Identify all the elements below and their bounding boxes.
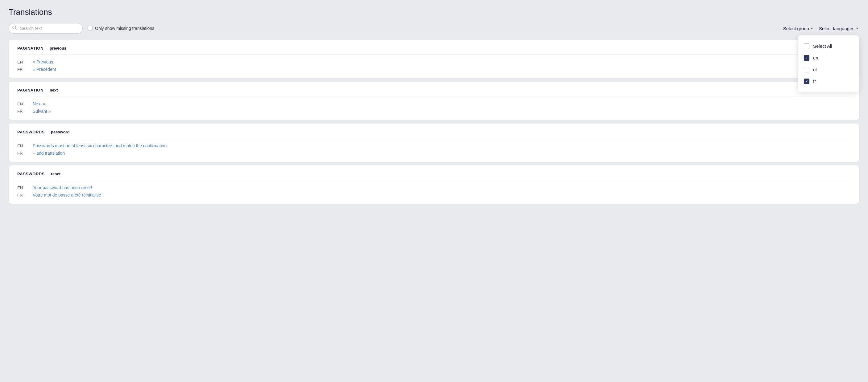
- missing-translations-label: Only show missing translations: [95, 26, 154, 31]
- search-input[interactable]: [9, 23, 83, 34]
- card-row: FRVotre mot de passe a été réinitialisé …: [17, 193, 851, 198]
- select-all-label: Select All: [813, 43, 832, 49]
- translation-value: « Previous: [33, 60, 53, 64]
- toolbar: Only show missing translations Select gr…: [9, 23, 859, 34]
- select-languages-wrapper: Select languages ▾ Select All en nl: [818, 24, 859, 33]
- card-key: reset: [51, 172, 60, 176]
- missing-translations-checkbox[interactable]: [88, 26, 93, 31]
- card-key: previous: [50, 46, 66, 50]
- en-checkbox[interactable]: [804, 55, 809, 61]
- lang-label: FR: [17, 151, 27, 155]
- translations-content: PAGINATIONpreviousEN« PreviousFR« Précéd…: [9, 40, 859, 204]
- card-key: password: [51, 130, 70, 134]
- card-row: EN« Previous: [17, 60, 851, 64]
- select-all-checkbox[interactable]: [804, 43, 809, 49]
- card-group: PAGINATION: [17, 46, 43, 50]
- language-option-fr[interactable]: fr: [798, 75, 859, 87]
- card-group: PAGINATION: [17, 88, 43, 93]
- plus-icon: +: [33, 151, 35, 155]
- card-rows: ENPasswords must be at least six charact…: [17, 143, 851, 155]
- card-header: PAGINATIONnext: [17, 88, 851, 96]
- translation-value: Votre mot de passe a été réinitialisé !: [33, 193, 104, 198]
- translation-value: Suivant »: [33, 109, 51, 114]
- language-option-nl[interactable]: nl: [798, 64, 859, 75]
- translation-value: Your password has been reset!: [33, 185, 92, 190]
- translation-card: PASSWORDSpasswordENPasswords must be at …: [9, 124, 859, 162]
- toolbar-right: Select group ▾ Select languages ▾ Select…: [782, 24, 859, 33]
- lang-label: EN: [17, 144, 27, 148]
- card-header: PASSWORDSpassword: [17, 130, 851, 138]
- lang-label: FR: [17, 109, 27, 114]
- card-key: next: [50, 88, 58, 93]
- language-option-en[interactable]: en: [798, 52, 859, 64]
- language-option-select-all[interactable]: Select All: [798, 40, 859, 52]
- svg-line-1: [16, 29, 17, 30]
- select-languages-chevron-icon: ▾: [856, 26, 858, 31]
- card-header: PAGINATIONprevious: [17, 46, 851, 55]
- translation-value: Passwords must be at least six character…: [33, 143, 168, 148]
- translation-card: PAGINATIONnextENNext »FRSuivant »: [9, 82, 859, 120]
- card-rows: ENNext »FRSuivant »: [17, 101, 851, 114]
- card-row: ENPasswords must be at least six charact…: [17, 143, 851, 148]
- card-header: PASSWORDSreset: [17, 172, 851, 180]
- translation-card: PASSWORDSresetENYour password has been r…: [9, 166, 859, 204]
- page-title: Translations: [9, 7, 859, 17]
- translation-value: « Précédent: [33, 67, 56, 72]
- card-row: ENNext »: [17, 101, 851, 106]
- nl-checkbox[interactable]: [804, 67, 809, 72]
- lang-label: FR: [17, 193, 27, 198]
- card-row: FRSuivant »: [17, 109, 851, 114]
- nl-label: nl: [813, 67, 817, 72]
- card-rows: EN« PreviousFR« Précédent: [17, 60, 851, 72]
- search-icon: [12, 26, 17, 31]
- fr-checkbox[interactable]: [804, 78, 809, 84]
- fr-label: fr: [813, 78, 816, 84]
- add-translation-wrap: +add translation: [33, 151, 65, 155]
- select-languages-button[interactable]: Select languages ▾: [818, 24, 859, 33]
- card-group: PASSWORDS: [17, 172, 45, 176]
- card-row: FR+add translation: [17, 151, 851, 155]
- lang-label: FR: [17, 67, 27, 72]
- en-label: en: [813, 55, 818, 60]
- card-rows: ENYour password has been reset!FRVotre m…: [17, 185, 851, 198]
- select-group-button[interactable]: Select group ▾: [782, 24, 814, 33]
- missing-translations-checkbox-label[interactable]: Only show missing translations: [88, 26, 154, 31]
- card-row: FR« Précédent: [17, 67, 851, 72]
- lang-label: EN: [17, 102, 27, 106]
- translation-card: PAGINATIONpreviousEN« PreviousFR« Précéd…: [9, 40, 859, 78]
- search-wrapper: [9, 23, 83, 34]
- card-row: ENYour password has been reset!: [17, 185, 851, 190]
- select-group-chevron-icon: ▾: [811, 26, 813, 31]
- lang-label: EN: [17, 185, 27, 190]
- card-group: PASSWORDS: [17, 130, 45, 134]
- lang-label: EN: [17, 60, 27, 64]
- languages-dropdown-menu: Select All en nl fr: [798, 35, 859, 92]
- translation-value: Next »: [33, 101, 45, 106]
- add-translation-button[interactable]: add translation: [36, 151, 65, 155]
